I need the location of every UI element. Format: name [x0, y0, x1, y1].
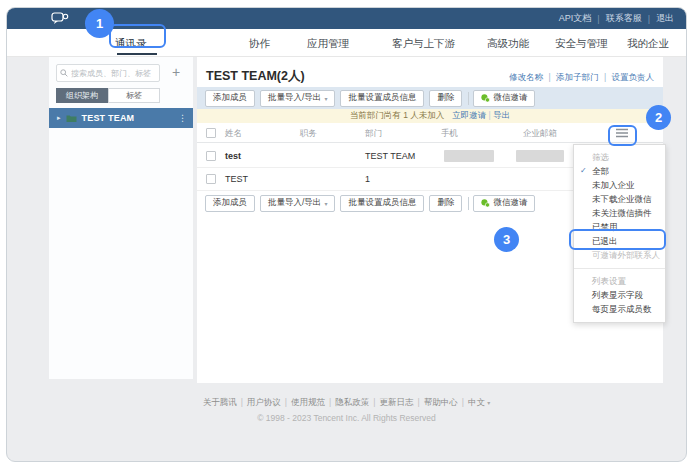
search-icon: [60, 69, 68, 77]
divider: |: [548, 72, 550, 82]
batch-import-export-button[interactable]: 批量导入/导出▾: [260, 195, 335, 212]
divider: [468, 92, 469, 105]
footer-link-usage[interactable]: 使用规范: [291, 397, 325, 407]
menu-item-all[interactable]: ✓ 全部: [574, 164, 665, 178]
check-icon: ✓: [580, 164, 587, 178]
sidebar: + 组织架构 标签 ▸ TEST TEAM ⋮: [49, 57, 193, 379]
add-subdepartment-link[interactable]: 添加子部门: [556, 72, 599, 82]
sidebar-tab-org[interactable]: 组织架构: [56, 88, 108, 103]
sidebar-tab-tags[interactable]: 标签: [108, 88, 160, 103]
callout-box-step3: [569, 229, 666, 250]
table-header: 姓名 职务 部门 手机 企业邮箱: [197, 123, 663, 143]
batch-set-info-button[interactable]: 批量设置成员信息: [340, 90, 424, 107]
divider: |: [329, 397, 331, 407]
rename-link[interactable]: 修改名称: [509, 72, 543, 82]
tab-app-management[interactable]: 应用管理: [307, 29, 349, 57]
invite-notice-bar: 当前部门尚有 1 人未加入 立即邀请 | 导出: [197, 109, 663, 123]
masked-email-value: [516, 150, 564, 162]
tab-collaboration[interactable]: 协作: [249, 29, 270, 57]
export-link[interactable]: 导出: [493, 110, 510, 120]
callout-box-step2: [608, 125, 637, 146]
footer-link-privacy[interactable]: 隐私政策: [335, 397, 369, 407]
topbar-link-api-docs[interactable]: API文档: [559, 12, 592, 25]
menu-section-list-settings: 列表设置: [574, 275, 665, 288]
batch-set-info-button[interactable]: 批量设置成员信息: [340, 195, 424, 212]
add-member-button[interactable]: 添加成员: [205, 195, 255, 212]
masked-phone-value: [444, 150, 494, 162]
footer-link-changelog[interactable]: 更新日志: [380, 397, 414, 407]
member-department: TEST TEAM: [365, 151, 415, 161]
menu-item-invitable-external[interactable]: 可邀请外部联系人: [574, 248, 665, 262]
menu-item-not-downloaded[interactable]: 未下载企业微信: [574, 192, 665, 206]
copyright-text: © 1998 - 2023 Tencent Inc. All Rights Re…: [7, 413, 686, 423]
tab-customers[interactable]: 客户与上下游: [392, 29, 455, 57]
topbar-link-support[interactable]: 联系客服: [606, 12, 642, 25]
notice-text: 当前部门尚有 1 人未加入: [350, 110, 444, 122]
column-header-department: 部门: [365, 123, 382, 143]
add-member-button[interactable]: 添加成员: [205, 90, 255, 107]
divider: |: [462, 397, 464, 407]
add-department-button[interactable]: +: [165, 64, 187, 82]
active-tab-indicator: [117, 53, 157, 55]
wechat-invite-button[interactable]: 微信邀请: [473, 90, 535, 107]
set-leader-link[interactable]: 设置负责人: [612, 72, 655, 82]
divider: |: [373, 397, 375, 407]
column-header-name: 姓名: [225, 123, 242, 143]
footer-link-help[interactable]: 帮助中心: [424, 397, 458, 407]
menu-item-not-followed[interactable]: 未关注微信插件: [574, 206, 665, 220]
column-header-title: 职务: [300, 123, 317, 143]
tab-security[interactable]: 安全与管理: [555, 29, 608, 57]
expand-arrow-icon[interactable]: ▸: [57, 114, 61, 122]
callout-step-1: 1: [85, 9, 114, 38]
column-header-email: 企业邮箱: [523, 123, 557, 143]
divider: |: [241, 397, 243, 407]
footer-link-agreement[interactable]: 用户协议: [247, 397, 281, 407]
divider: |: [418, 397, 420, 407]
topbar-links: API文档 | 联系客服 | 退出: [559, 8, 674, 29]
member-toolbar-top: 添加成员 批量导入/导出▾ 批量设置成员信息 删除 微信邀请: [197, 87, 663, 109]
menu-item-display-fields[interactable]: 列表显示字段: [574, 288, 665, 302]
select-all-checkbox[interactable]: [206, 128, 216, 138]
delete-button[interactable]: 删除: [429, 195, 462, 212]
divider: [574, 268, 665, 269]
topbar-link-logout[interactable]: 退出: [656, 12, 674, 25]
member-name: TEST: [225, 174, 248, 184]
column-header-phone: 手机: [441, 123, 458, 143]
batch-import-export-button[interactable]: 批量导入/导出▾: [260, 90, 335, 107]
tab-advanced[interactable]: 高级功能: [487, 29, 529, 57]
footer-link-about[interactable]: 关于腾讯: [203, 397, 237, 407]
divider: |: [648, 14, 650, 24]
wechat-icon: [481, 94, 490, 103]
member-name: test: [225, 151, 241, 161]
caret-down-icon: ▾: [487, 400, 490, 406]
invite-now-link[interactable]: 立即邀请: [452, 110, 486, 120]
wechat-invite-button[interactable]: 微信邀请: [473, 195, 535, 212]
folder-icon: [66, 114, 77, 123]
divider: [468, 197, 469, 210]
kebab-menu-icon[interactable]: ⋮: [178, 113, 187, 123]
search-box: [56, 64, 160, 82]
divider: |: [489, 110, 491, 120]
callout-step-2: 2: [646, 105, 671, 130]
callout-box-step1: [109, 24, 166, 48]
row-checkbox[interactable]: [206, 151, 216, 161]
divider: |: [597, 14, 599, 24]
app-window: API文档 | 联系客服 | 退出 通讯录 协作 应用管理 客户与上下游 高级功…: [6, 7, 687, 462]
sidebar-tabs: 组织架构 标签: [56, 88, 160, 103]
row-checkbox[interactable]: [206, 174, 216, 184]
page-title: TEST TEAM(2人): [206, 68, 305, 85]
callout-step-3: 3: [494, 227, 519, 252]
org-tree-item[interactable]: ▸ TEST TEAM ⋮: [49, 108, 193, 128]
divider: |: [604, 72, 606, 82]
wechat-icon: [481, 199, 490, 208]
menu-section-filter: 筛选: [574, 151, 665, 164]
language-selector[interactable]: 中文 ▾: [468, 397, 490, 407]
menu-item-page-size[interactable]: 每页显示成员数: [574, 302, 665, 316]
menu-item-not-joined[interactable]: 未加入企业: [574, 178, 665, 192]
tab-my-company[interactable]: 我的企业: [627, 29, 669, 57]
delete-button[interactable]: 删除: [429, 90, 462, 107]
search-input[interactable]: [71, 69, 156, 78]
brand-logo-icon: [51, 12, 69, 25]
org-tree-item-label: TEST TEAM: [82, 113, 135, 123]
caret-down-icon: ▾: [324, 95, 327, 102]
